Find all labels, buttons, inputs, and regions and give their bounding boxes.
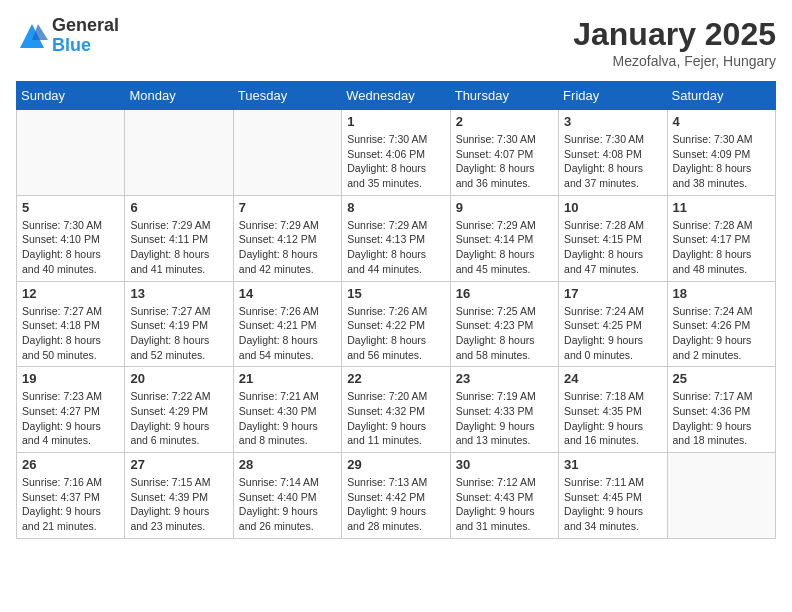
day-number: 13 xyxy=(130,286,227,301)
logo: General Blue xyxy=(16,16,119,56)
day-number: 10 xyxy=(564,200,661,215)
calendar-cell: 1Sunrise: 7:30 AM Sunset: 4:06 PM Daylig… xyxy=(342,110,450,196)
day-info: Sunrise: 7:15 AM Sunset: 4:39 PM Dayligh… xyxy=(130,475,227,534)
logo-text: General Blue xyxy=(52,16,119,56)
calendar-cell xyxy=(125,110,233,196)
day-number: 19 xyxy=(22,371,119,386)
day-number: 28 xyxy=(239,457,336,472)
day-number: 31 xyxy=(564,457,661,472)
day-info: Sunrise: 7:24 AM Sunset: 4:25 PM Dayligh… xyxy=(564,304,661,363)
logo-icon xyxy=(16,20,48,52)
calendar-cell: 23Sunrise: 7:19 AM Sunset: 4:33 PM Dayli… xyxy=(450,367,558,453)
weekday-header-wednesday: Wednesday xyxy=(342,82,450,110)
day-info: Sunrise: 7:20 AM Sunset: 4:32 PM Dayligh… xyxy=(347,389,444,448)
calendar-cell: 16Sunrise: 7:25 AM Sunset: 4:23 PM Dayli… xyxy=(450,281,558,367)
day-info: Sunrise: 7:30 AM Sunset: 4:08 PM Dayligh… xyxy=(564,132,661,191)
day-info: Sunrise: 7:27 AM Sunset: 4:18 PM Dayligh… xyxy=(22,304,119,363)
day-info: Sunrise: 7:17 AM Sunset: 4:36 PM Dayligh… xyxy=(673,389,770,448)
day-info: Sunrise: 7:30 AM Sunset: 4:07 PM Dayligh… xyxy=(456,132,553,191)
calendar-cell: 25Sunrise: 7:17 AM Sunset: 4:36 PM Dayli… xyxy=(667,367,775,453)
day-number: 22 xyxy=(347,371,444,386)
day-number: 17 xyxy=(564,286,661,301)
calendar-cell: 21Sunrise: 7:21 AM Sunset: 4:30 PM Dayli… xyxy=(233,367,341,453)
day-info: Sunrise: 7:24 AM Sunset: 4:26 PM Dayligh… xyxy=(673,304,770,363)
calendar-table: SundayMondayTuesdayWednesdayThursdayFrid… xyxy=(16,81,776,539)
day-info: Sunrise: 7:30 AM Sunset: 4:06 PM Dayligh… xyxy=(347,132,444,191)
calendar-week-row: 5Sunrise: 7:30 AM Sunset: 4:10 PM Daylig… xyxy=(17,195,776,281)
logo-blue-text: Blue xyxy=(52,36,119,56)
day-number: 8 xyxy=(347,200,444,215)
calendar-cell xyxy=(667,453,775,539)
day-number: 12 xyxy=(22,286,119,301)
calendar-cell: 4Sunrise: 7:30 AM Sunset: 4:09 PM Daylig… xyxy=(667,110,775,196)
calendar-cell: 5Sunrise: 7:30 AM Sunset: 4:10 PM Daylig… xyxy=(17,195,125,281)
calendar-week-row: 19Sunrise: 7:23 AM Sunset: 4:27 PM Dayli… xyxy=(17,367,776,453)
day-info: Sunrise: 7:29 AM Sunset: 4:13 PM Dayligh… xyxy=(347,218,444,277)
day-info: Sunrise: 7:22 AM Sunset: 4:29 PM Dayligh… xyxy=(130,389,227,448)
day-info: Sunrise: 7:12 AM Sunset: 4:43 PM Dayligh… xyxy=(456,475,553,534)
weekday-header-friday: Friday xyxy=(559,82,667,110)
calendar-cell: 10Sunrise: 7:28 AM Sunset: 4:15 PM Dayli… xyxy=(559,195,667,281)
calendar-week-row: 26Sunrise: 7:16 AM Sunset: 4:37 PM Dayli… xyxy=(17,453,776,539)
day-number: 21 xyxy=(239,371,336,386)
day-info: Sunrise: 7:29 AM Sunset: 4:12 PM Dayligh… xyxy=(239,218,336,277)
calendar-cell: 28Sunrise: 7:14 AM Sunset: 4:40 PM Dayli… xyxy=(233,453,341,539)
day-number: 3 xyxy=(564,114,661,129)
day-info: Sunrise: 7:26 AM Sunset: 4:22 PM Dayligh… xyxy=(347,304,444,363)
day-info: Sunrise: 7:26 AM Sunset: 4:21 PM Dayligh… xyxy=(239,304,336,363)
day-number: 1 xyxy=(347,114,444,129)
day-number: 23 xyxy=(456,371,553,386)
day-number: 7 xyxy=(239,200,336,215)
day-number: 6 xyxy=(130,200,227,215)
calendar-cell: 19Sunrise: 7:23 AM Sunset: 4:27 PM Dayli… xyxy=(17,367,125,453)
day-info: Sunrise: 7:21 AM Sunset: 4:30 PM Dayligh… xyxy=(239,389,336,448)
calendar-cell: 24Sunrise: 7:18 AM Sunset: 4:35 PM Dayli… xyxy=(559,367,667,453)
day-number: 26 xyxy=(22,457,119,472)
day-number: 2 xyxy=(456,114,553,129)
calendar-cell: 17Sunrise: 7:24 AM Sunset: 4:25 PM Dayli… xyxy=(559,281,667,367)
weekday-header-row: SundayMondayTuesdayWednesdayThursdayFrid… xyxy=(17,82,776,110)
day-info: Sunrise: 7:14 AM Sunset: 4:40 PM Dayligh… xyxy=(239,475,336,534)
day-number: 16 xyxy=(456,286,553,301)
weekday-header-thursday: Thursday xyxy=(450,82,558,110)
calendar-cell: 6Sunrise: 7:29 AM Sunset: 4:11 PM Daylig… xyxy=(125,195,233,281)
calendar-cell: 26Sunrise: 7:16 AM Sunset: 4:37 PM Dayli… xyxy=(17,453,125,539)
day-number: 27 xyxy=(130,457,227,472)
calendar-cell: 31Sunrise: 7:11 AM Sunset: 4:45 PM Dayli… xyxy=(559,453,667,539)
day-number: 15 xyxy=(347,286,444,301)
day-number: 25 xyxy=(673,371,770,386)
calendar-cell: 12Sunrise: 7:27 AM Sunset: 4:18 PM Dayli… xyxy=(17,281,125,367)
day-info: Sunrise: 7:11 AM Sunset: 4:45 PM Dayligh… xyxy=(564,475,661,534)
calendar-cell: 13Sunrise: 7:27 AM Sunset: 4:19 PM Dayli… xyxy=(125,281,233,367)
calendar-cell: 18Sunrise: 7:24 AM Sunset: 4:26 PM Dayli… xyxy=(667,281,775,367)
calendar-cell: 22Sunrise: 7:20 AM Sunset: 4:32 PM Dayli… xyxy=(342,367,450,453)
day-number: 18 xyxy=(673,286,770,301)
calendar-cell: 8Sunrise: 7:29 AM Sunset: 4:13 PM Daylig… xyxy=(342,195,450,281)
month-title: January 2025 xyxy=(573,16,776,53)
day-info: Sunrise: 7:23 AM Sunset: 4:27 PM Dayligh… xyxy=(22,389,119,448)
day-info: Sunrise: 7:29 AM Sunset: 4:11 PM Dayligh… xyxy=(130,218,227,277)
day-number: 14 xyxy=(239,286,336,301)
day-number: 5 xyxy=(22,200,119,215)
day-number: 20 xyxy=(130,371,227,386)
calendar-cell: 11Sunrise: 7:28 AM Sunset: 4:17 PM Dayli… xyxy=(667,195,775,281)
location-text: Mezofalva, Fejer, Hungary xyxy=(573,53,776,69)
calendar-cell: 29Sunrise: 7:13 AM Sunset: 4:42 PM Dayli… xyxy=(342,453,450,539)
day-number: 9 xyxy=(456,200,553,215)
day-info: Sunrise: 7:29 AM Sunset: 4:14 PM Dayligh… xyxy=(456,218,553,277)
day-number: 11 xyxy=(673,200,770,215)
day-info: Sunrise: 7:25 AM Sunset: 4:23 PM Dayligh… xyxy=(456,304,553,363)
day-info: Sunrise: 7:16 AM Sunset: 4:37 PM Dayligh… xyxy=(22,475,119,534)
day-info: Sunrise: 7:18 AM Sunset: 4:35 PM Dayligh… xyxy=(564,389,661,448)
day-info: Sunrise: 7:28 AM Sunset: 4:17 PM Dayligh… xyxy=(673,218,770,277)
weekday-header-tuesday: Tuesday xyxy=(233,82,341,110)
weekday-header-saturday: Saturday xyxy=(667,82,775,110)
day-info: Sunrise: 7:30 AM Sunset: 4:09 PM Dayligh… xyxy=(673,132,770,191)
weekday-header-sunday: Sunday xyxy=(17,82,125,110)
calendar-cell: 3Sunrise: 7:30 AM Sunset: 4:08 PM Daylig… xyxy=(559,110,667,196)
calendar-cell: 7Sunrise: 7:29 AM Sunset: 4:12 PM Daylig… xyxy=(233,195,341,281)
title-block: January 2025 Mezofalva, Fejer, Hungary xyxy=(573,16,776,69)
logo-general-text: General xyxy=(52,16,119,36)
calendar-cell: 15Sunrise: 7:26 AM Sunset: 4:22 PM Dayli… xyxy=(342,281,450,367)
day-number: 29 xyxy=(347,457,444,472)
